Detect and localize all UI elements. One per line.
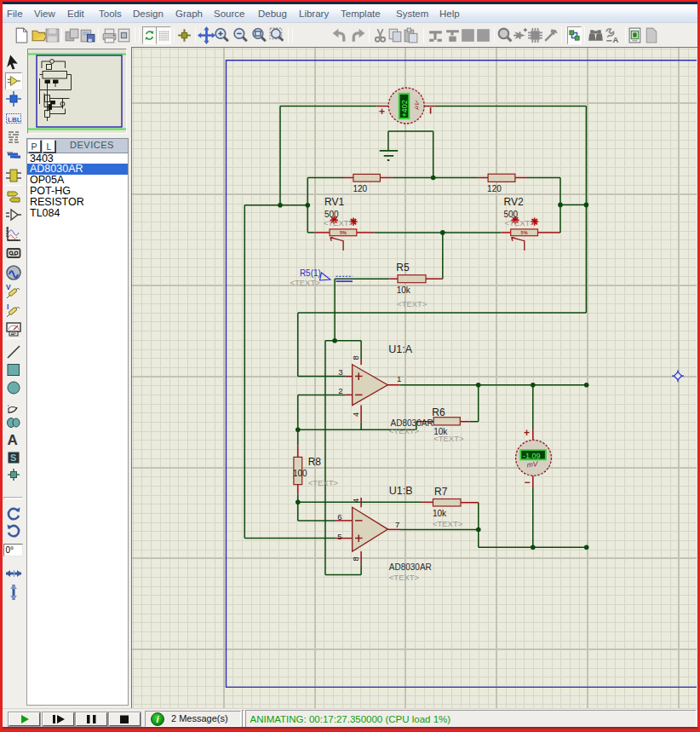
svg-text:8: 8 — [351, 355, 360, 360]
svg-text:I: I — [7, 303, 9, 311]
svg-text:R8: R8 — [308, 456, 322, 468]
svg-text:RV2: RV2 — [504, 196, 524, 208]
svg-text:5%: 5% — [340, 230, 347, 235]
svg-text:4: 4 — [351, 499, 360, 503]
svg-text:<TEXT>: <TEXT> — [433, 519, 463, 528]
svg-text:R6: R6 — [432, 406, 445, 418]
svg-text:R7: R7 — [434, 486, 448, 498]
svg-text:10k: 10k — [433, 509, 447, 518]
svg-text:<TEXT>: <TEXT> — [324, 218, 354, 228]
svg-text:1: 1 — [397, 374, 401, 383]
svg-text:<TEXT>: <TEXT> — [433, 434, 464, 443]
svg-text:−: − — [524, 476, 530, 488]
svg-text:R5: R5 — [396, 262, 410, 274]
svg-text:<TEXT>: <TEXT> — [290, 278, 320, 287]
svg-text:LBL: LBL — [8, 116, 21, 124]
svg-text:<TEXT>: <TEXT> — [308, 478, 339, 487]
svg-text:U1:B: U1:B — [389, 485, 413, 497]
svg-text:R5(1): R5(1) — [300, 268, 321, 278]
svg-text:5%: 5% — [521, 230, 528, 235]
svg-text:8: 8 — [351, 556, 360, 561]
svg-text:3: 3 — [338, 367, 342, 377]
svg-text:2: 2 — [338, 386, 342, 395]
svg-text:4: 4 — [351, 412, 360, 417]
svg-text:-1.09: -1.09 — [523, 452, 541, 460]
svg-text:AD8030AR: AD8030AR — [389, 562, 432, 572]
svg-text:+: + — [379, 106, 385, 118]
svg-text:A: A — [8, 432, 18, 448]
svg-text:+402: +402 — [400, 100, 409, 117]
svg-text:RV1: RV1 — [324, 196, 344, 208]
svg-text:10k: 10k — [397, 285, 411, 295]
svg-text:5: 5 — [337, 532, 341, 541]
svg-text:V: V — [6, 283, 11, 291]
svg-text:+: + — [524, 427, 530, 439]
svg-text:mV: mV — [526, 459, 539, 469]
svg-text:120: 120 — [353, 184, 367, 193]
svg-text:A: A — [613, 35, 619, 44]
svg-text:<TEXT>: <TEXT> — [389, 573, 420, 582]
svg-text:6: 6 — [337, 512, 341, 522]
svg-text:100: 100 — [293, 469, 307, 478]
svg-text:7: 7 — [395, 520, 399, 529]
svg-text:<TEXT>: <TEXT> — [389, 426, 420, 435]
svg-text:U1:A: U1:A — [388, 343, 412, 355]
svg-text:120: 120 — [487, 184, 502, 193]
svg-text:S: S — [10, 452, 16, 463]
svg-text:<TEXT>: <TEXT> — [505, 218, 536, 228]
svg-text:<TEXT>: <TEXT> — [397, 299, 427, 308]
